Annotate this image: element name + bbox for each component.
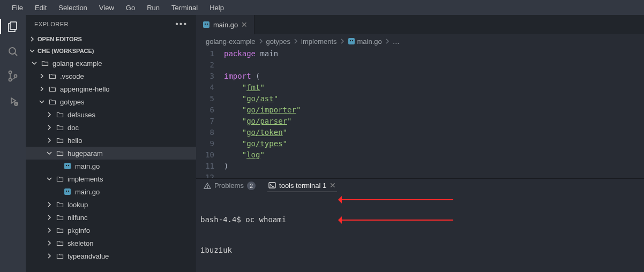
tree-folder[interactable]: hugeparam [26,147,196,160]
go-file-icon [63,188,72,195]
warning-icon [204,182,211,190]
tree-label: typeandvalue [68,252,109,260]
folder-icon [48,98,57,105]
chevron-right-icon [293,38,299,44]
annotation-arrow [341,220,453,221]
svg-point-9 [68,165,69,166]
folder-icon [56,239,64,247]
tree-label: lookup [68,201,88,209]
code-content[interactable]: package main import ( "fmt" "go/ast" "go… [224,48,644,178]
code-editor[interactable]: 123456789101112 package main import ( "f… [196,48,644,178]
section-workspace[interactable]: CHE (WORKSPACE) [26,45,196,57]
chevron-right-icon [46,227,53,233]
search-icon[interactable] [5,44,20,59]
chevron-right-icon [46,137,53,143]
section-open-editors[interactable]: OPEN EDITORS [26,33,196,45]
chevron-right-icon [39,73,45,79]
breadcrumb-item[interactable]: gotypes [266,37,291,46]
menu-run[interactable]: Run [141,2,165,14]
panel-tab-label: Problems [214,182,244,190]
tree-folder[interactable]: appengine-hello [26,82,196,95]
chevron-down-icon [31,60,38,66]
terminal-output[interactable]: bash-4.4$ oc whoami ibuziuk bash-4.4$ ku… [196,192,644,272]
tree-label: main.go [75,188,100,196]
chevron-down-icon [29,48,35,54]
panel-tabs: Problems 2 tools terminal 1 ✕ [196,179,644,192]
folder-icon [56,111,64,118]
folder-icon [41,59,49,67]
go-file-icon [203,21,210,28]
tree-folder[interactable]: implements [26,172,196,185]
tree-folder[interactable]: .vscode [26,70,196,82]
menu-view[interactable]: View [94,2,119,14]
menu-file[interactable]: File [6,2,28,14]
breadcrumb-item[interactable]: golang-example [206,37,256,46]
editor-tabs: main.go ✕ [196,15,644,34]
tree-file[interactable]: main.go [26,185,196,198]
tree-folder[interactable]: pkginfo [26,224,196,237]
folder-icon [56,175,64,183]
menu-go[interactable]: Go [121,2,140,14]
svg-rect-10 [64,188,71,195]
tree-label: golang-example [53,59,102,67]
tree-label: skeleton [68,239,93,247]
breadcrumb-item[interactable]: … [393,37,400,46]
explorer-icon[interactable] [5,19,20,34]
source-control-icon[interactable] [5,69,20,84]
tree-folder[interactable]: nilfunc [26,211,196,224]
tab-problems[interactable]: Problems 2 [203,179,257,192]
chevron-right-icon [46,253,53,259]
terminal-line: ibuziuk [200,245,640,255]
menu-selection[interactable]: Selection [53,2,92,14]
close-icon[interactable]: ✕ [330,181,336,190]
tab-main-go[interactable]: main.go ✕ [196,15,254,34]
activity-bar [0,15,26,272]
svg-point-18 [351,40,353,41]
menu-help[interactable]: Help [204,2,229,14]
bottom-panel: Problems 2 tools terminal 1 ✕ bash-4.4$ … [196,178,644,272]
tree-label: pkginfo [68,226,90,235]
tree-folder[interactable]: defsuses [26,108,196,121]
debug-icon[interactable] [5,93,20,108]
editor-area: main.go ✕ golang-examplegotypesimplement… [196,15,644,272]
file-tree: golang-example.vscodeappengine-hellogoty… [26,57,196,272]
tree-folder[interactable]: hello [26,134,196,147]
tab-terminal[interactable]: tools terminal 1 ✕ [267,179,337,192]
tree-folder[interactable]: gotypes [26,95,196,108]
chevron-right-icon [39,86,45,92]
svg-point-4 [14,75,17,78]
chevron-right-icon [46,214,53,221]
svg-point-8 [66,165,67,166]
menu-terminal[interactable]: Terminal [166,2,203,14]
svg-point-14 [205,24,206,25]
svg-point-12 [68,191,69,192]
chevron-right-icon [46,201,53,208]
section-label: CHE (WORKSPACE) [38,48,94,54]
tree-label: gotypes [60,98,85,106]
folder-icon [56,214,64,221]
main-area: EXPLORER ••• OPEN EDITORS CHE (WORKSPACE… [0,15,644,272]
breadcrumb-item[interactable]: implements [301,37,336,46]
folder-icon [56,201,64,208]
svg-point-2 [9,71,12,74]
more-icon[interactable]: ••• [175,19,188,29]
tree-folder[interactable]: doc [26,121,196,134]
svg-rect-16 [348,38,355,44]
breadcrumb-item[interactable]: main.go [348,37,382,46]
tree-folder[interactable]: lookup [26,198,196,211]
chevron-right-icon [46,240,53,246]
folder-icon [56,137,64,144]
chevron-right-icon [46,124,53,131]
panel-tab-label: tools terminal 1 [279,182,326,190]
menu-edit[interactable]: Edit [29,2,52,14]
tree-file[interactable]: main.go [26,160,196,172]
svg-point-17 [349,40,350,41]
tree-folder[interactable]: typeandvalue [26,250,196,262]
tree-folder[interactable]: skeleton [26,237,196,250]
tree-label: implements [68,175,103,183]
close-icon[interactable]: ✕ [241,20,248,29]
tree-label: main.go [75,162,100,170]
go-file-icon [63,162,72,170]
tree-folder[interactable]: golang-example [26,57,196,70]
chevron-right-icon [29,36,35,42]
